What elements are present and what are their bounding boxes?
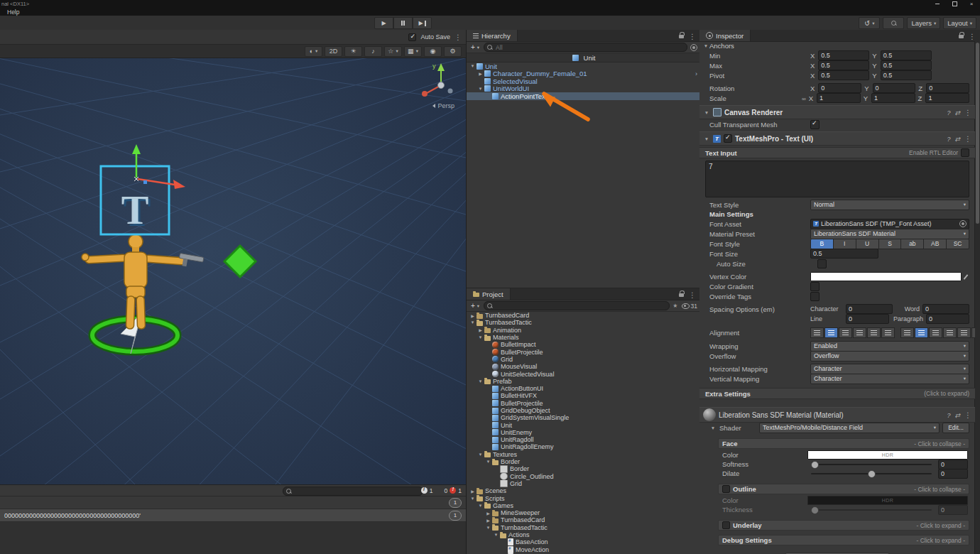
anchors-foldout-icon[interactable] — [702, 43, 709, 48]
outline-checkbox[interactable] — [722, 485, 730, 493]
tree-row[interactable]: Unit — [467, 421, 700, 428]
material-foldout-icon[interactable] — [709, 425, 717, 430]
scale-z-field[interactable]: 1 — [925, 93, 969, 103]
menu-help[interactable]: Help — [7, 9, 19, 16]
lock-icon[interactable] — [679, 293, 684, 297]
vertex-color-swatch[interactable] — [810, 272, 962, 281]
tree-row[interactable]: UnitRagdollEnemy — [467, 443, 700, 450]
create-asset-button[interactable]: + — [469, 302, 481, 310]
tree-row[interactable]: Unit — [467, 63, 700, 70]
tree-row[interactable]: BulletHitVFX — [467, 392, 700, 399]
expander-icon[interactable] — [485, 526, 491, 530]
tree-row[interactable]: GridSystemVisualSingle — [467, 414, 700, 421]
shader-dropdown[interactable]: TextMeshPro/Mobile/Distance Field — [759, 423, 940, 433]
tree-row[interactable]: Prefab — [467, 378, 700, 385]
thickness-field[interactable]: 0 — [938, 505, 968, 515]
character-spacing-field[interactable]: 0 — [846, 304, 893, 314]
tree-row[interactable]: UnitEnemy — [467, 429, 700, 436]
face-color-swatch[interactable]: HDR — [807, 450, 968, 460]
tab-project[interactable]: Project — [467, 288, 511, 300]
wrapping-dropdown[interactable]: Enabled — [810, 341, 969, 352]
tree-row[interactable]: Character_Dummy_Female_01› — [467, 70, 700, 78]
scene-audio-button[interactable]: ♪ — [364, 46, 382, 57]
gizmos-toggle-button[interactable]: ◉ — [424, 46, 442, 57]
constrain-proportions-icon[interactable] — [802, 94, 806, 102]
expander-icon[interactable] — [469, 64, 476, 68]
expander-icon[interactable] — [485, 511, 491, 516]
color-gradient-checkbox[interactable] — [810, 282, 820, 291]
pause-button[interactable] — [393, 17, 413, 29]
canvas-renderer-header[interactable]: Canvas Renderer — [699, 105, 975, 119]
panel-menu-icon[interactable] — [689, 288, 696, 300]
tree-row[interactable]: TurnbasedTactic — [467, 319, 700, 326]
scene-menu-icon[interactable] — [454, 33, 462, 41]
search-button[interactable] — [883, 17, 904, 29]
softness-field[interactable]: 0 — [938, 460, 968, 469]
lock-icon[interactable] — [959, 35, 964, 38]
hierarchy-search[interactable] — [484, 43, 687, 52]
tree-row[interactable]: GridDebugObject — [467, 407, 700, 414]
rtl-editor-checkbox[interactable] — [961, 148, 969, 157]
help-icon[interactable] — [947, 109, 950, 116]
tree-row[interactable]: Grid — [467, 480, 700, 487]
shader-edit-button[interactable]: Edit... — [942, 423, 969, 433]
cull-transparent-mesh-checkbox[interactable] — [810, 120, 820, 129]
outline-section-bar[interactable]: Outline - Click to collapse - — [718, 484, 969, 494]
font-style-lowercase-button[interactable]: ab — [900, 239, 924, 249]
tree-row[interactable]: TurnbasedCard — [467, 312, 700, 319]
font-style-bold-button[interactable]: B — [810, 239, 834, 249]
slider-knob[interactable] — [811, 506, 819, 514]
softness-slider[interactable] — [811, 464, 932, 465]
component-menu-icon[interactable] — [964, 135, 971, 143]
rotation-y-field[interactable]: 0 — [873, 83, 916, 93]
tree-row[interactable]: Grid — [467, 356, 700, 363]
console-search[interactable] — [283, 487, 423, 496]
tree-row[interactable]: Textures — [467, 451, 700, 458]
expander-icon[interactable] — [477, 335, 484, 340]
font-style-uppercase-button[interactable]: AB — [923, 239, 947, 249]
project-search-input[interactable] — [494, 302, 666, 310]
underlay-checkbox[interactable] — [722, 521, 730, 529]
expander-icon[interactable] — [469, 489, 476, 494]
anchor-max-x-field[interactable]: 0.5 — [818, 60, 869, 70]
align-geometry-button[interactable] — [881, 327, 895, 338]
tab-hierarchy[interactable]: Hierarchy — [467, 30, 518, 41]
tree-row[interactable]: UnitRagdoll — [467, 436, 700, 443]
tree-row[interactable]: Games — [467, 502, 700, 509]
effects-button[interactable]: ☆ — [384, 46, 402, 57]
expander-icon[interactable] — [493, 533, 499, 537]
dilate-slider[interactable] — [811, 473, 932, 474]
preset-icon[interactable] — [954, 135, 960, 143]
rotation-x-field[interactable]: 0 — [818, 83, 861, 93]
tree-row[interactable]: BulletProjectile — [467, 348, 700, 355]
scene-viewport[interactable]: T T y — [0, 58, 466, 486]
align-justified-button[interactable] — [853, 327, 866, 338]
face-section-bar[interactable]: Face - Click to collapse - — [718, 438, 969, 449]
layout-dropdown[interactable]: Layout — [943, 17, 976, 29]
align-capline-button[interactable] — [971, 327, 975, 338]
minimize-button[interactable] — [929, 0, 946, 8]
play-button[interactable]: ▶ — [374, 17, 393, 29]
underlay-section-bar[interactable]: Underlay - Click to expand - — [718, 520, 969, 531]
tree-row[interactable]: MouseVisual — [467, 363, 700, 370]
anchor-min-x-field[interactable]: 0.5 — [818, 50, 869, 60]
expander-icon[interactable] — [469, 496, 476, 501]
thickness-slider[interactable] — [811, 509, 932, 511]
camera-settings-button[interactable]: ⚙ — [444, 46, 462, 57]
expander-icon[interactable] — [477, 452, 484, 457]
align-center-button[interactable] — [824, 327, 838, 338]
console-search-input[interactable] — [293, 487, 420, 496]
object-picker-icon[interactable] — [959, 220, 967, 227]
tmp-text-header[interactable]: TextMeshPro - Text (UI) — [699, 131, 975, 146]
info-icon[interactable] — [421, 487, 428, 494]
font-style-italic-button[interactable]: I — [833, 239, 856, 249]
grid-visibility-button[interactable]: ▦ — [404, 46, 422, 57]
lock-icon[interactable] — [679, 35, 684, 38]
hidden-count-icon[interactable] — [682, 303, 690, 309]
project-search[interactable] — [484, 301, 670, 310]
help-icon[interactable] — [947, 135, 950, 143]
tree-row[interactable]: Border — [467, 458, 700, 465]
tree-row[interactable]: Scripts — [467, 494, 700, 501]
line-spacing-field[interactable]: 0 — [846, 314, 889, 324]
font-style-underline-button[interactable]: U — [856, 239, 879, 249]
